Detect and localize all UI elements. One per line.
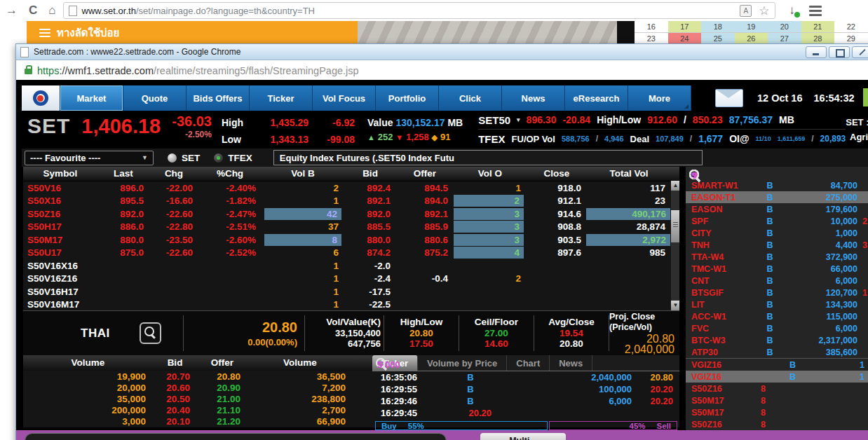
ticker-tab[interactable]: Chart <box>507 355 550 371</box>
nav-item[interactable]: More <box>628 85 691 111</box>
most-active-row[interactable]: SMART-W1 B 84,700 <box>686 179 868 191</box>
most-active-row[interactable]: BTSGIF B 120,700 1 <box>686 287 868 298</box>
trade-volume: 6,000 <box>499 396 632 406</box>
side-symbol: CITY <box>686 228 756 238</box>
most-active-row[interactable]: S50Z16 S 1 8 <box>686 383 868 394</box>
instrument-group-tab[interactable]: Equity Index Futures (.SET50 Index Futu <box>273 150 703 165</box>
total-vol-cell: 28,874 <box>587 221 671 233</box>
nav-item[interactable]: Click <box>439 85 502 111</box>
futures-row[interactable]: S50V16X16 1 -2.0 <box>23 259 680 273</box>
most-active-row[interactable]: TMC-W1 B 66,000 <box>686 263 868 275</box>
minimize-button[interactable] <box>806 46 827 58</box>
trade-time: 16:29:45 <box>372 408 442 418</box>
side-volume: 10,000 <box>784 216 857 226</box>
most-active-row[interactable]: S50M17 S 2 8 <box>686 406 868 418</box>
futures-row[interactable]: S50Z16 892.0 -22.60 -2.47% 42 892.0 892.… <box>23 207 680 221</box>
column-header[interactable]: Chg <box>149 167 198 181</box>
popup-title-bar[interactable]: Settrade.com : wwwe22.settrade.com - Goo… <box>16 44 868 60</box>
most-active-row[interactable]: TTA-W4 B 372,900 <box>686 251 868 263</box>
stock-average: 19.54 <box>560 328 583 339</box>
column-header[interactable]: Bid <box>344 167 396 181</box>
nav-item[interactable]: Market <box>60 85 123 111</box>
maximize-button[interactable] <box>829 46 850 58</box>
most-active-row[interactable]: VGIZ16 B 1 <box>686 371 868 383</box>
most-active-row[interactable]: LIT B 134,300 <box>686 298 868 310</box>
side-flag: B <box>756 216 784 226</box>
nav-item[interactable]: Vol Focus <box>313 85 376 111</box>
nav-item[interactable]: Bids Offers <box>187 85 250 111</box>
symbol-input-pill[interactable] <box>25 433 447 440</box>
search-button[interactable] <box>140 322 161 344</box>
settrade-logo[interactable] <box>22 85 60 111</box>
favourite-dropdown[interactable]: ---- Favourite ---- ▼ <box>25 151 154 165</box>
side-symbol: LIT <box>686 300 756 310</box>
futures-row[interactable]: S50U17 875.0 -22.60 -2.52% 6 874.2 875.2… <box>23 247 680 260</box>
address-bar[interactable]: www.set.or.th/set/mainpage.do?language=t… <box>63 2 775 19</box>
futures-row[interactable]: S50X16 895.5 -16.60 -1.82% 1 892.1 894.0… <box>23 195 680 208</box>
close-button[interactable] <box>852 46 868 58</box>
oi-previous: 1,611,659 <box>778 135 806 142</box>
nav-item[interactable]: Ticker <box>250 85 313 111</box>
column-header[interactable]: Symbol <box>23 167 97 181</box>
nav-item[interactable]: Portfolio <box>376 85 439 111</box>
most-active-row[interactable]: CITY B 1,000 <box>686 227 868 239</box>
column-header[interactable]: Total Vol <box>587 167 671 181</box>
most-active-row[interactable]: SPF B 10,000 2 <box>686 215 868 227</box>
side-price: 8 <box>756 384 829 394</box>
refresh-icon[interactable]: C <box>29 0 37 21</box>
most-active-row[interactable]: S50M17 S 1 8 <box>686 394 868 406</box>
mail-button[interactable] <box>715 89 743 107</box>
nav-item[interactable]: News <box>502 85 565 111</box>
futures-row[interactable]: S50H17 886.0 -22.80 -2.51% 37 885.5 885.… <box>23 221 680 234</box>
most-active-row[interactable]: VGIZ16 B 1 <box>686 358 868 371</box>
column-header[interactable]: Last <box>97 167 149 181</box>
futures-row[interactable]: S50V16H17 1 -17.5 <box>23 285 680 298</box>
most-active-row[interactable]: CNT B 6,000 <box>686 275 868 287</box>
stock-high: 20.80 <box>409 328 433 339</box>
side-flag: B <box>756 193 784 202</box>
radio-set[interactable] <box>168 153 177 163</box>
popup-address-bar[interactable]: https://wmf1.settrade.com/realtime/strea… <box>16 60 868 81</box>
futures-row[interactable]: S50V16M17 1 -22.5 <box>23 298 680 312</box>
radio-tfex[interactable] <box>214 153 223 163</box>
nav-item[interactable]: Quote <box>123 85 187 111</box>
column-header[interactable]: Vol O <box>454 167 527 181</box>
most-active-row[interactable]: S50Z16 S 1 8 <box>686 418 868 430</box>
edge-tab[interactable] <box>863 88 868 106</box>
column-header[interactable]: Vol B <box>262 167 344 181</box>
column-header[interactable]: Offer <box>396 167 454 181</box>
most-active-row[interactable]: EASON-T1 B 275,000 <box>686 191 868 203</box>
most-active-row[interactable]: ATP30 B 385,600 <box>686 346 868 358</box>
ticker-tab[interactable]: News <box>550 355 592 371</box>
most-active-row[interactable]: BTC-W3 B 2,317,000 <box>686 334 868 346</box>
futures-row[interactable]: S50V16Z16 1 -2.4 -0.4 2 <box>23 273 680 286</box>
chevron-down-icon[interactable]: ▾ <box>517 116 520 123</box>
side-volume: 385,600 <box>784 348 857 357</box>
nav-item[interactable]: eResearch <box>565 85 628 111</box>
futures-row[interactable]: S50M17 880.0 -23.50 -2.60% 8 880.0 880.6… <box>23 233 680 247</box>
set-index-label: SET <box>27 114 70 149</box>
column-header[interactable]: Close <box>527 167 587 181</box>
home-icon[interactable]: ⌂ <box>48 0 55 21</box>
most-active-row[interactable]: ACC-W1 B 115,000 <box>686 310 868 322</box>
calendar-day-cell: 16 <box>635 21 668 32</box>
stock-floor: 14.60 <box>484 338 508 350</box>
most-active-row[interactable]: EASON B 179,600 <box>686 203 868 215</box>
set50-label[interactable]: SET50 <box>478 114 510 126</box>
translate-icon[interactable]: A <box>740 5 752 17</box>
ticker-tabs: TickerVolume by PriceChartNews <box>372 355 680 371</box>
ticker-tab[interactable]: Volume by Price <box>418 355 507 371</box>
multi-button[interactable]: Multi... <box>480 433 566 440</box>
download-icon[interactable]: ↓ <box>785 4 799 18</box>
bookmark-star-icon[interactable]: ☆ <box>759 4 769 18</box>
most-active-row[interactable]: TNH B 4,400 3 <box>686 239 868 251</box>
most-active-row[interactable]: FVC B 6,000 <box>686 322 868 334</box>
calendar-day-cell: 27 <box>768 33 801 44</box>
side-volume: 1 <box>829 360 864 370</box>
column-header[interactable]: %Chg <box>198 167 262 181</box>
shortcut-menu-button[interactable]: ทางลัดใช้บ่อย <box>39 25 119 41</box>
forward-icon[interactable]: → <box>6 0 18 21</box>
futures-row[interactable]: S50V16 896.0 -22.00 -2.40% 2 892.4 894.5… <box>23 181 680 195</box>
browser-menu-icon[interactable] <box>809 6 822 16</box>
ticker-row: 16:35:06 B 2,040,000 20.80 <box>372 371 680 383</box>
